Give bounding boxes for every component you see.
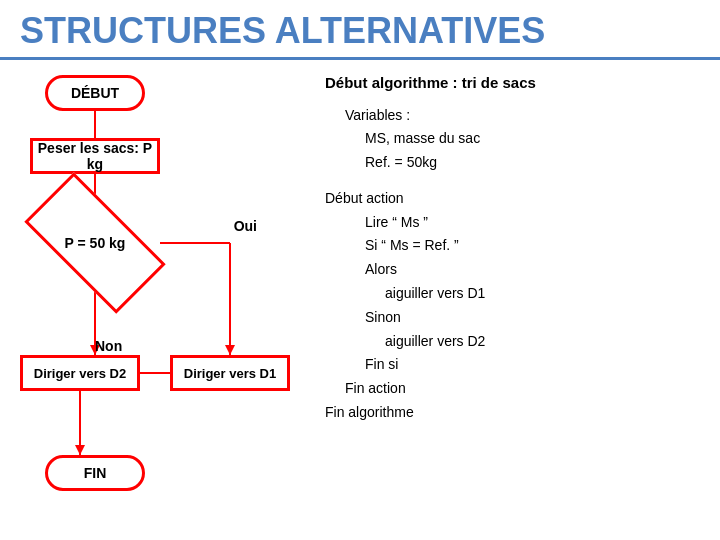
vars-line1: MS, masse du sac (345, 127, 705, 151)
vars-header: Variables : (345, 104, 705, 128)
svg-marker-9 (75, 445, 85, 455)
flowchart-debut: DÉBUT (45, 75, 145, 111)
algorithm-panel: Début algorithme : tri de sacs Variables… (305, 70, 705, 530)
flowchart: DÉBUT Peser les sacs: P kg P = 50 kg Oui… (15, 70, 305, 530)
svg-marker-4 (225, 345, 235, 355)
algo-vars: Variables : MS, masse du sac Ref. = 50kg (325, 104, 705, 175)
lire-line: Lire “ Ms ” (325, 211, 705, 235)
fin-algo: Fin algorithme (325, 401, 705, 425)
flowchart-d2: Diriger vers D2 (20, 355, 140, 391)
alors-line: Alors (325, 258, 705, 282)
aiguiller-d1: aiguiller vers D1 (325, 282, 705, 306)
vars-line2: Ref. = 50kg (345, 151, 705, 175)
algo-code: Début action Lire “ Ms ” Si “ Ms = Ref. … (325, 187, 705, 425)
aiguiller-d2: aiguiller vers D2 (325, 330, 705, 354)
flowchart-peser: Peser les sacs: P kg (30, 138, 160, 174)
si-line: Si “ Ms = Ref. ” (325, 234, 705, 258)
debut-action: Début action (325, 187, 705, 211)
label-non: Non (95, 338, 122, 354)
page-title: STRUCTURES ALTERNATIVES (0, 0, 720, 60)
algo-title: Début algorithme : tri de sacs (325, 70, 705, 96)
sinon-line: Sinon (325, 306, 705, 330)
fin-si: Fin si (325, 353, 705, 377)
label-oui: Oui (234, 218, 257, 234)
fin-action: Fin action (325, 377, 705, 401)
flowchart-diamond: P = 50 kg (30, 208, 160, 278)
flowchart-fin: FIN (45, 455, 145, 491)
flowchart-d1: Diriger vers D1 (170, 355, 290, 391)
